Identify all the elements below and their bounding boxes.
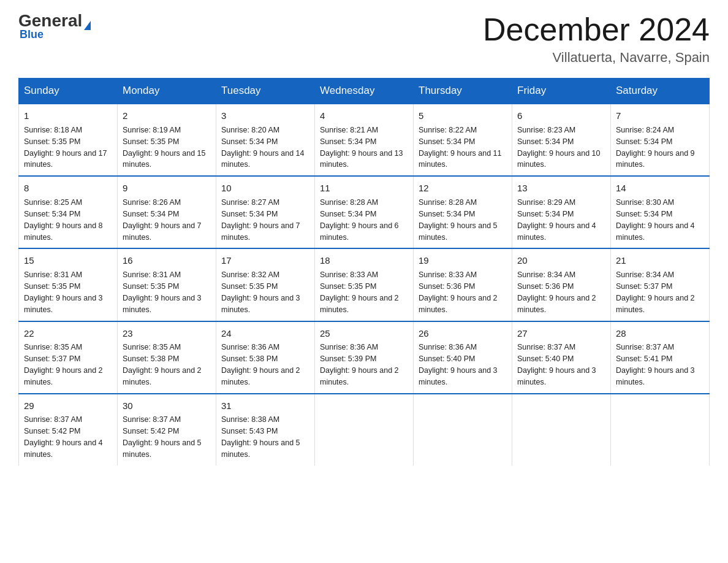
day-number: 24 xyxy=(221,327,309,340)
day-number: 26 xyxy=(419,327,507,340)
day-number: 22 xyxy=(24,327,112,340)
calendar-cell: 18Sunrise: 8:33 AMSunset: 5:35 PMDayligh… xyxy=(315,248,414,321)
day-number: 17 xyxy=(221,254,309,267)
day-info: Sunrise: 8:29 AMSunset: 5:34 PMDaylight:… xyxy=(517,198,596,242)
day-info: Sunrise: 8:32 AMSunset: 5:35 PMDaylight:… xyxy=(221,270,300,314)
calendar-cell: 13Sunrise: 8:29 AMSunset: 5:34 PMDayligh… xyxy=(512,176,611,248)
day-info: Sunrise: 8:37 AMSunset: 5:42 PMDaylight:… xyxy=(24,415,103,459)
logo-general: General xyxy=(18,11,82,30)
weekday-header-sunday: Sunday xyxy=(19,79,118,104)
day-number: 15 xyxy=(24,254,112,267)
title-block: December 2024 Villatuerta, Navarre, Spai… xyxy=(483,12,710,66)
day-info: Sunrise: 8:36 AMSunset: 5:39 PMDaylight:… xyxy=(320,343,399,386)
day-info: Sunrise: 8:35 AMSunset: 5:38 PMDaylight:… xyxy=(123,343,202,386)
weekday-header-saturday: Saturday xyxy=(611,79,710,104)
calendar-cell: 25Sunrise: 8:36 AMSunset: 5:39 PMDayligh… xyxy=(315,321,414,394)
day-number: 20 xyxy=(517,254,605,267)
calendar-cell: 15Sunrise: 8:31 AMSunset: 5:35 PMDayligh… xyxy=(19,248,118,321)
day-number: 5 xyxy=(419,109,507,123)
calendar-cell: 6Sunrise: 8:23 AMSunset: 5:34 PMDaylight… xyxy=(512,104,611,176)
day-number: 18 xyxy=(320,254,408,267)
day-info: Sunrise: 8:22 AMSunset: 5:34 PMDaylight:… xyxy=(419,126,502,169)
weekday-header-wednesday: Wednesday xyxy=(315,79,414,104)
calendar-cell: 27Sunrise: 8:37 AMSunset: 5:40 PMDayligh… xyxy=(512,321,611,394)
calendar-cell: 3Sunrise: 8:20 AMSunset: 5:34 PMDaylight… xyxy=(216,104,315,176)
day-number: 16 xyxy=(123,254,211,267)
day-info: Sunrise: 8:33 AMSunset: 5:36 PMDaylight:… xyxy=(419,270,498,314)
calendar-cell: 5Sunrise: 8:22 AMSunset: 5:34 PMDaylight… xyxy=(414,104,512,176)
day-number: 14 xyxy=(616,182,704,195)
day-info: Sunrise: 8:25 AMSunset: 5:34 PMDaylight:… xyxy=(24,198,103,242)
calendar-cell: 24Sunrise: 8:36 AMSunset: 5:38 PMDayligh… xyxy=(216,321,315,394)
logo-triangle-icon xyxy=(84,21,91,30)
logo: General Blue xyxy=(18,12,91,41)
day-info: Sunrise: 8:26 AMSunset: 5:34 PMDaylight:… xyxy=(123,198,202,242)
day-number: 19 xyxy=(419,254,507,267)
day-number: 23 xyxy=(123,327,211,340)
calendar-cell: 1Sunrise: 8:18 AMSunset: 5:35 PMDaylight… xyxy=(19,104,118,176)
day-number: 28 xyxy=(616,327,704,340)
day-number: 29 xyxy=(24,399,112,413)
day-number: 11 xyxy=(320,182,408,195)
day-info: Sunrise: 8:24 AMSunset: 5:34 PMDaylight:… xyxy=(616,126,695,169)
calendar-cell: 2Sunrise: 8:19 AMSunset: 5:35 PMDaylight… xyxy=(118,104,216,176)
calendar-cell xyxy=(414,394,512,465)
calendar-cell: 22Sunrise: 8:35 AMSunset: 5:37 PMDayligh… xyxy=(19,321,118,394)
day-number: 13 xyxy=(517,182,605,195)
day-info: Sunrise: 8:30 AMSunset: 5:34 PMDaylight:… xyxy=(616,198,695,242)
day-info: Sunrise: 8:27 AMSunset: 5:34 PMDaylight:… xyxy=(221,198,300,242)
calendar-body: 1Sunrise: 8:18 AMSunset: 5:35 PMDaylight… xyxy=(19,104,710,465)
month-title: December 2024 xyxy=(483,12,710,47)
day-number: 8 xyxy=(24,182,112,195)
weekday-header-thursday: Thursday xyxy=(414,79,512,104)
day-info: Sunrise: 8:21 AMSunset: 5:34 PMDaylight:… xyxy=(320,126,403,169)
day-number: 9 xyxy=(123,182,211,195)
calendar-cell: 26Sunrise: 8:36 AMSunset: 5:40 PMDayligh… xyxy=(414,321,512,394)
day-number: 6 xyxy=(517,109,605,123)
calendar-cell: 16Sunrise: 8:31 AMSunset: 5:35 PMDayligh… xyxy=(118,248,216,321)
page-header: General Blue December 2024 Villatuerta, … xyxy=(18,12,710,66)
calendar-cell: 31Sunrise: 8:38 AMSunset: 5:43 PMDayligh… xyxy=(216,394,315,465)
calendar-week-5: 29Sunrise: 8:37 AMSunset: 5:42 PMDayligh… xyxy=(19,394,710,465)
logo-blue: Blue xyxy=(18,28,44,41)
day-info: Sunrise: 8:34 AMSunset: 5:37 PMDaylight:… xyxy=(616,270,695,314)
weekday-header-tuesday: Tuesday xyxy=(216,79,315,104)
calendar-cell: 10Sunrise: 8:27 AMSunset: 5:34 PMDayligh… xyxy=(216,176,315,248)
calendar-cell xyxy=(512,394,611,465)
calendar-cell: 14Sunrise: 8:30 AMSunset: 5:34 PMDayligh… xyxy=(611,176,710,248)
day-info: Sunrise: 8:18 AMSunset: 5:35 PMDaylight:… xyxy=(24,126,107,169)
day-info: Sunrise: 8:31 AMSunset: 5:35 PMDaylight:… xyxy=(123,270,202,314)
day-number: 2 xyxy=(123,109,211,123)
day-info: Sunrise: 8:35 AMSunset: 5:37 PMDaylight:… xyxy=(24,343,103,386)
day-number: 27 xyxy=(517,327,605,340)
calendar-cell: 23Sunrise: 8:35 AMSunset: 5:38 PMDayligh… xyxy=(118,321,216,394)
day-number: 3 xyxy=(221,109,309,123)
calendar-cell: 9Sunrise: 8:26 AMSunset: 5:34 PMDaylight… xyxy=(118,176,216,248)
calendar-cell: 8Sunrise: 8:25 AMSunset: 5:34 PMDaylight… xyxy=(19,176,118,248)
calendar-header-row: SundayMondayTuesdayWednesdayThursdayFrid… xyxy=(19,79,710,104)
day-number: 1 xyxy=(24,109,112,123)
day-number: 30 xyxy=(123,399,211,413)
day-number: 25 xyxy=(320,327,408,340)
day-number: 4 xyxy=(320,109,408,123)
day-info: Sunrise: 8:31 AMSunset: 5:35 PMDaylight:… xyxy=(24,270,103,314)
logo-text: General xyxy=(18,12,91,29)
day-info: Sunrise: 8:37 AMSunset: 5:40 PMDaylight:… xyxy=(517,343,596,386)
day-info: Sunrise: 8:20 AMSunset: 5:34 PMDaylight:… xyxy=(221,126,305,169)
day-info: Sunrise: 8:36 AMSunset: 5:38 PMDaylight:… xyxy=(221,343,300,386)
calendar-week-2: 8Sunrise: 8:25 AMSunset: 5:34 PMDaylight… xyxy=(19,176,710,248)
day-info: Sunrise: 8:28 AMSunset: 5:34 PMDaylight:… xyxy=(320,198,399,242)
weekday-header-monday: Monday xyxy=(118,79,216,104)
day-info: Sunrise: 8:37 AMSunset: 5:42 PMDaylight:… xyxy=(123,415,202,459)
calendar-cell: 20Sunrise: 8:34 AMSunset: 5:36 PMDayligh… xyxy=(512,248,611,321)
calendar-cell: 29Sunrise: 8:37 AMSunset: 5:42 PMDayligh… xyxy=(19,394,118,465)
weekday-header-friday: Friday xyxy=(512,79,611,104)
calendar-cell: 4Sunrise: 8:21 AMSunset: 5:34 PMDaylight… xyxy=(315,104,414,176)
calendar-week-3: 15Sunrise: 8:31 AMSunset: 5:35 PMDayligh… xyxy=(19,248,710,321)
calendar-cell: 12Sunrise: 8:28 AMSunset: 5:34 PMDayligh… xyxy=(414,176,512,248)
calendar-cell: 21Sunrise: 8:34 AMSunset: 5:37 PMDayligh… xyxy=(611,248,710,321)
calendar-week-4: 22Sunrise: 8:35 AMSunset: 5:37 PMDayligh… xyxy=(19,321,710,394)
calendar-cell: 7Sunrise: 8:24 AMSunset: 5:34 PMDaylight… xyxy=(611,104,710,176)
day-info: Sunrise: 8:36 AMSunset: 5:40 PMDaylight:… xyxy=(419,343,498,386)
calendar-cell: 11Sunrise: 8:28 AMSunset: 5:34 PMDayligh… xyxy=(315,176,414,248)
